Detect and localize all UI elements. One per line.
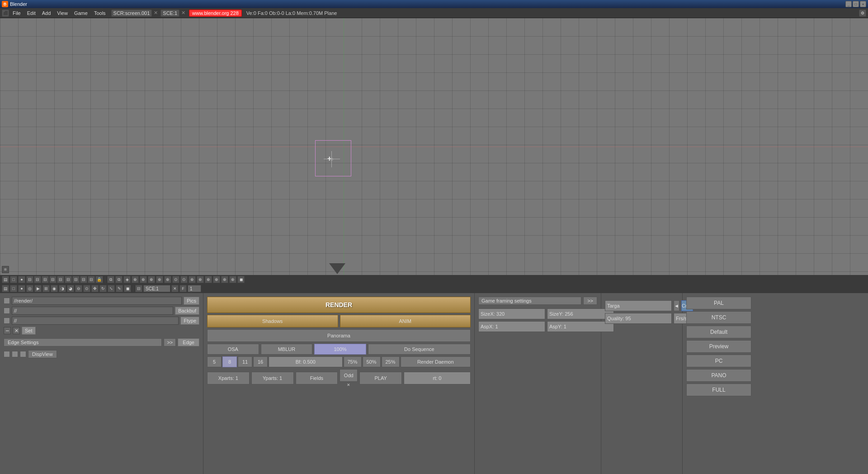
dispview-btn[interactable]: DispView xyxy=(28,350,57,358)
pct-50-btn[interactable]: 50% xyxy=(363,356,381,367)
icon-8[interactable]: ⊟ xyxy=(80,276,87,283)
menu-edit[interactable]: Edit xyxy=(24,9,38,17)
full-button[interactable]: FULL xyxy=(686,384,751,396)
solid-btn[interactable]: ● xyxy=(18,276,25,283)
view-perspective-icon[interactable]: ⊞ xyxy=(2,266,9,273)
draw-mode-1[interactable]: □ xyxy=(10,285,17,292)
backbuf-checkbox[interactable] xyxy=(4,308,10,314)
pano-button[interactable]: PANO xyxy=(686,369,751,382)
disp-check-2[interactable] xyxy=(12,351,18,357)
menu-file[interactable]: File xyxy=(10,9,24,17)
num-16-btn[interactable]: 16 xyxy=(253,356,268,367)
icon-l[interactable]: ⊕ xyxy=(221,276,228,283)
preview-button[interactable]: Preview xyxy=(686,340,751,353)
anim-icon[interactable]: ▶ xyxy=(34,285,42,292)
icon-5[interactable]: ⊟ xyxy=(57,276,64,283)
mblur-button[interactable]: MBLUR xyxy=(261,344,313,355)
snap-icon[interactable]: ⊙ xyxy=(180,276,188,283)
paste-btn[interactable]: ⧉ xyxy=(115,276,123,283)
icon-9[interactable]: ⊟ xyxy=(88,276,95,283)
move-icon[interactable]: ✥ xyxy=(91,285,99,292)
aspx-input[interactable] xyxy=(478,321,545,332)
panorama-button[interactable]: Panorama xyxy=(207,329,471,342)
icon-g[interactable]: ⊙ xyxy=(172,276,179,283)
num-11-btn[interactable]: 11 xyxy=(238,356,252,367)
mode-icon[interactable]: ▤ xyxy=(2,285,9,292)
pal-button[interactable]: PAL xyxy=(686,297,751,309)
scene-input[interactable] xyxy=(143,285,170,292)
pc-button[interactable]: PC xyxy=(686,355,751,367)
disp-check-1[interactable] xyxy=(4,351,10,357)
icon-3[interactable]: ⊟ xyxy=(42,276,49,283)
icon-a[interactable]: ◈ xyxy=(123,276,131,283)
set-label[interactable]: Set xyxy=(22,327,36,335)
3d-cursor[interactable] xyxy=(327,155,336,164)
default-button[interactable]: Default xyxy=(686,326,751,338)
icon-7[interactable]: ⊟ xyxy=(72,276,80,283)
pivot-icon[interactable]: ◎ xyxy=(26,285,33,292)
frame-f-btn[interactable]: F xyxy=(179,285,187,292)
blender-icon[interactable]: ⬛ xyxy=(2,9,9,17)
prop-icon[interactable]: ⊖ xyxy=(75,285,82,292)
shade-icon-2[interactable]: ◕ xyxy=(67,285,74,292)
num-8-btn[interactable]: 8 xyxy=(222,356,237,367)
osa-button[interactable]: OSA xyxy=(207,344,259,355)
layer-icon[interactable]: ⊞ xyxy=(42,285,50,292)
scene-close[interactable]: ✕ xyxy=(181,10,185,16)
yparts-button[interactable]: Yparts: 1 xyxy=(251,372,294,384)
menu-tools[interactable]: Tools xyxy=(91,9,108,17)
render-icon[interactable]: ◉ xyxy=(51,285,58,292)
quality-input[interactable] xyxy=(605,313,672,324)
ftype-path-input[interactable] xyxy=(12,317,179,325)
pics-path-input[interactable] xyxy=(12,297,182,305)
pct-75-btn[interactable]: 75% xyxy=(344,356,362,367)
disp-check-3[interactable] xyxy=(20,351,26,357)
icon-4[interactable]: ⊟ xyxy=(49,276,57,283)
edge-settings-btn[interactable]: Edge Settings xyxy=(4,338,162,346)
shade-icon-1[interactable]: ◑ xyxy=(59,285,66,292)
num-5-btn[interactable]: 5 xyxy=(207,356,222,367)
game-frame-title[interactable]: Game framing settings xyxy=(478,297,581,305)
frame-number-input[interactable] xyxy=(188,285,201,292)
view-menu-btn[interactable]: ▤ xyxy=(2,276,9,283)
ntsc-button[interactable]: NTSC xyxy=(686,311,751,324)
screen-close[interactable]: ✕ xyxy=(154,10,158,16)
icon-b[interactable]: ⊕ xyxy=(132,276,139,283)
icon-6[interactable]: ⊟ xyxy=(65,276,72,283)
draw-mode-2[interactable]: ● xyxy=(18,285,25,292)
anim-button[interactable]: ANIM xyxy=(340,315,471,327)
pct-100-button[interactable]: 100% xyxy=(314,344,366,355)
render-button[interactable]: RENDER xyxy=(207,297,471,313)
ftype-label[interactable]: Ftype xyxy=(180,317,199,325)
play-button[interactable]: PLAY xyxy=(359,372,402,384)
pics-checkbox[interactable] xyxy=(4,298,10,304)
icon-k[interactable]: ⊕ xyxy=(213,276,220,283)
icon-d[interactable]: ⊕ xyxy=(148,276,155,283)
icon-h[interactable]: ⊕ xyxy=(189,276,196,283)
menu-add[interactable]: Add xyxy=(39,9,54,17)
scene-icon[interactable]: ⊟ xyxy=(135,285,142,292)
scene-close-btn[interactable]: ✕ xyxy=(171,285,179,292)
scene-selector[interactable]: SCE:1 xyxy=(160,9,179,17)
game-frame-arrow[interactable]: >> xyxy=(583,297,597,305)
backbuf-label[interactable]: Backbuf xyxy=(175,307,199,315)
icon-n[interactable]: ◼ xyxy=(237,276,245,283)
edit-icon[interactable]: ✎ xyxy=(116,285,123,292)
close-button[interactable]: × xyxy=(860,1,866,7)
edge-settings-arrow[interactable]: >> xyxy=(164,338,176,346)
icon-j[interactable]: ⊕ xyxy=(205,276,212,283)
do-sequence-button[interactable]: Do Sequence xyxy=(368,344,471,355)
icon-i[interactable]: ⊕ xyxy=(197,276,204,283)
minus-button[interactable]: − xyxy=(4,327,11,334)
screen-selector[interactable]: SCR:screen.001 xyxy=(111,9,152,17)
odd-button[interactable]: Odd xyxy=(340,369,358,382)
icon-m[interactable]: ⊕ xyxy=(229,276,236,283)
targa-input[interactable] xyxy=(605,300,672,311)
targa-arrow[interactable]: ◄ xyxy=(674,300,679,311)
icon-1[interactable]: ⊟ xyxy=(26,276,33,283)
minimize-button[interactable]: _ xyxy=(845,1,852,7)
scale-icon[interactable]: ⤡ xyxy=(108,285,115,292)
shadows-button[interactable]: Shadows xyxy=(207,315,338,327)
icon-c[interactable]: ⊕ xyxy=(140,276,147,283)
bf-input[interactable] xyxy=(269,356,343,367)
